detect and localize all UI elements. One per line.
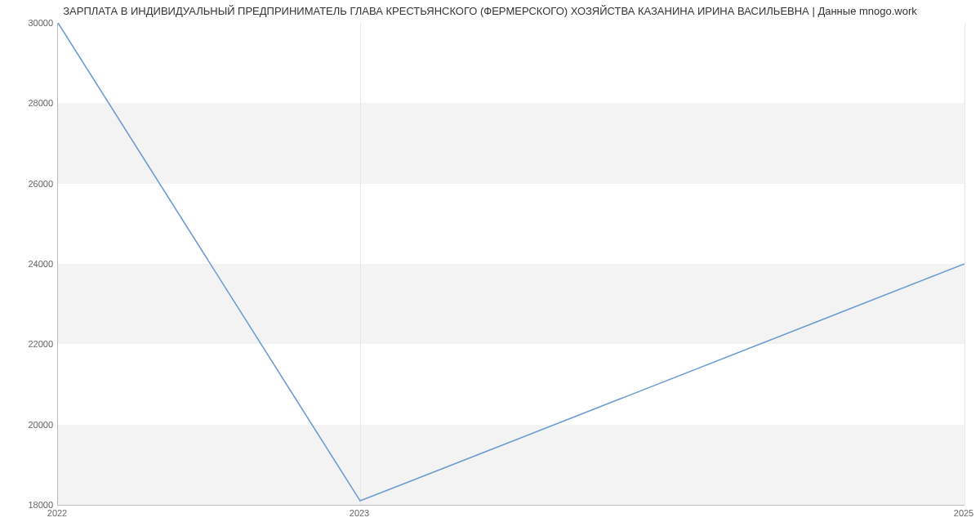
plot-area xyxy=(57,23,964,506)
y-tick-label: 22000 xyxy=(4,339,53,349)
y-tick-label: 18000 xyxy=(4,500,53,510)
x-tick-label: 2025 xyxy=(954,508,973,518)
line-series xyxy=(58,23,964,505)
x-tick-label: 2023 xyxy=(350,508,369,518)
chart-container: ЗАРПЛАТА В ИНДИВИДУАЛЬНЫЙ ПРЕДПРИНИМАТЕЛ… xyxy=(0,0,980,531)
chart-title: ЗАРПЛАТА В ИНДИВИДУАЛЬНЫЙ ПРЕДПРИНИМАТЕЛ… xyxy=(0,5,980,17)
grid-vertical xyxy=(964,23,965,505)
y-tick-label: 30000 xyxy=(4,18,53,28)
y-tick-label: 28000 xyxy=(4,98,53,108)
y-tick-label: 24000 xyxy=(4,259,53,269)
y-tick-label: 26000 xyxy=(4,179,53,189)
y-tick-label: 20000 xyxy=(4,420,53,430)
x-tick-label: 2022 xyxy=(47,508,67,518)
